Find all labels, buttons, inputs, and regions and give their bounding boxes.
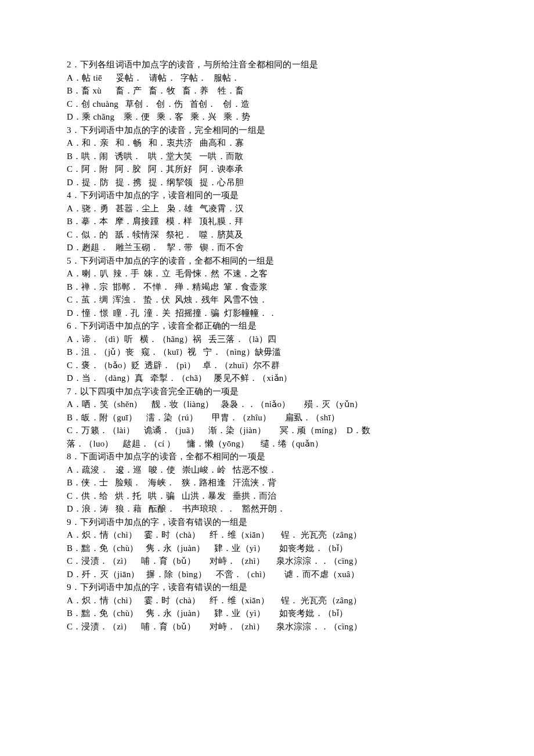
text-line: A．骁．勇 甚嚣．尘上 枭．雄 气凌霄．汉 — [67, 202, 470, 215]
text-line: D．趔趄． 雕兰玉砌． 挈．带 锲．而不舍 — [67, 241, 470, 254]
text-line: C．茧．绸 浑浊． 蛰．伏 风烛．残年 风雪不蚀． — [67, 293, 470, 307]
text-line: 落．（luo） 趑趄．（cí ） 慵．懒（yōng） 缱．绻（quǎn） — [67, 437, 470, 451]
text-line: C．似．的 舐．犊情深 祭祀． 噬．脐莫及 — [67, 228, 470, 242]
text-line: 6．下列词语中加点的字，读音全都正确的一组是 — [67, 319, 470, 333]
text-line: 9．下列词语中加点的字，读音有错误的一组是 — [67, 516, 470, 529]
text-line: A．疏浚． 逡．巡 唆．使 崇山峻．岭 怙恶不悛． — [67, 463, 470, 477]
text-line: D．乘 chãng 乘．便 乘．客 乘．兴 乘．势 — [67, 110, 470, 124]
text-line: C．浸渍．（zì） 哺．育（bǔ） 对峙．（zhì） 泉水淙淙．．（cïng） — [67, 620, 470, 633]
text-line: A．炽．情（chì） 霎．时（chà） 纤．维（xiān） 锃． 光瓦亮（zân… — [67, 528, 470, 542]
text-line: C．供．给 烘．托 哄．骗 山洪．暴发 垂拱．而治 — [67, 489, 470, 503]
text-line: B．黜．免（chù） 隽．永（juàn） 肄．业（yì） 如丧考妣．（bǐ） — [67, 607, 470, 620]
text-line: B．畜 xù 畜．产 畜．牧 畜．养 牲．畜 — [67, 84, 470, 98]
text-line: 8．下面词语中加点字的读音，全都不相同的一项是 — [67, 450, 470, 463]
text-line: B．禅．宗 邯郸． 不惮． 殚．精竭虑 箪．食壶浆 — [67, 280, 470, 294]
text-line: 4．下列词语中加点的字，读音相同的一项是 — [67, 189, 470, 202]
text-line: 9．下列词语中加点的字，读音有错误的一组是 — [67, 581, 470, 594]
text-line: A．和．亲 和．畅 和．衷共济 曲高和．寡 — [67, 136, 470, 150]
text-line: B．皈．附（guī） 濡．染（rú） 甲胄．（zhîu） 扁虱．（shī） — [67, 411, 470, 424]
text-line: C．阿．附 阿．胶 阿．其所好 阿．谀奉承 — [67, 163, 470, 176]
text-line: B．哄．闹 诱哄． 哄．堂大笑 一哄．而散 — [67, 150, 470, 163]
text-line: C．褒．（bǎo）贬 透辟．（pì） 卓．（zhuï）尔不群 — [67, 359, 470, 372]
text-line: 7．以下四项中加点字读音完全正确的一项是 — [67, 385, 470, 398]
text-line: A．帖 tiē 妥帖． 请帖． 字帖． 服帖． — [67, 71, 470, 85]
text-line: 2．下列各组词语中加点字的读音，与所给注音全都相同的一组是 — [67, 58, 470, 71]
text-line: B．黜．免（chù） 隽．永（juàn） 肄．业（yì） 如丧考妣．（bǐ） — [67, 542, 470, 555]
text-line: C．万籁．（lài） 诡谲．（juã） 渐．染（jiàn） 冥．顽（míng） … — [67, 424, 470, 437]
text-line: A．喇．叭 辣．手 竦．立 毛骨悚．然 不速．之客 — [67, 267, 470, 280]
text-line: A．哂．笑（shěn） 靓．妆（liàng） 袅袅．．（niǎo） 殒．灭（yǔ… — [67, 398, 470, 411]
text-line: D．提．防 提．携 提．纲挈领 提．心吊胆 — [67, 176, 470, 189]
text-line: C．创 chuàng 草创． 创．伤 首创． 创．造 — [67, 98, 470, 111]
text-line: D．当．（dàng）真 牵掣．（chã） 屡见不鲜．（xiǎn） — [67, 372, 470, 385]
text-line: 3．下列词语中加点的字的读音，完全相同的一组是 — [67, 124, 470, 137]
text-line: 5．下列词语中加点的字的读音，全都不相同的一组是 — [67, 254, 470, 268]
text-line: D．浪．涛 狼．藉 酝酿． 书声琅琅．． 豁然开朗． — [67, 502, 470, 516]
text-line: C．浸渍．（zì） 哺．育（bǔ） 对峙．（zhì） 泉水淙淙．．（cïng） — [67, 555, 470, 568]
text-line: A．炽．情（chì） 霎．时（chà） 纤．维（xiān） 锃． 光瓦亮（zân… — [67, 594, 470, 607]
text-line: B．沮．（jǔ）丧 窥．（kuī）视 宁．（nìng）缺毋滥 — [67, 345, 470, 359]
text-line: B．侠．士 脸颊． 海峡． 狭．路相逢 汗流浃．背 — [67, 476, 470, 489]
text-line: B．摹．本 摩．肩接踵 模．样 顶礼膜．拜 — [67, 215, 470, 228]
text-line: A．谛．（dì）听 横．（hãng）祸 丢三落．（là）四 — [67, 333, 470, 346]
text-content: 2．下列各组词语中加点字的读音，与所给注音全都相同的一组是A．帖 tiē 妥帖．… — [67, 58, 470, 633]
document-page: 2．下列各组词语中加点字的读音，与所给注音全都相同的一组是A．帖 tiē 妥帖．… — [0, 0, 534, 756]
text-line: D．歼．灭（jiān） 摒．除（bìng） 不啻．（chì） 谑．而不虐（xuâ… — [67, 568, 470, 581]
text-line: D．憧．憬 瞳．孔 潼．关 招摇撞．骗 灯影幢幢．． — [67, 307, 470, 320]
